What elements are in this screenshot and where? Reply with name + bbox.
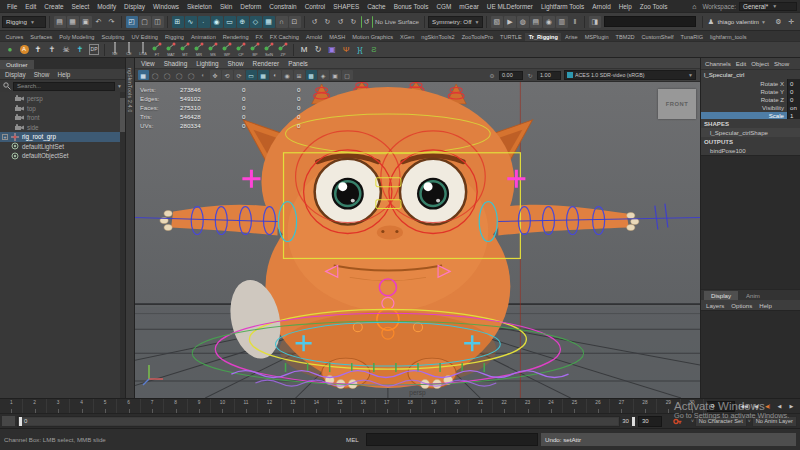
frame-14[interactable]: 14	[305, 399, 328, 413]
shelf-tab-mash[interactable]: MASH	[326, 33, 349, 41]
outliner-scrollbar[interactable]	[120, 92, 125, 398]
range-start-handle[interactable]	[19, 417, 22, 426]
search-filter-caret[interactable]: ▼	[117, 83, 122, 89]
frame-28[interactable]: 28	[634, 399, 657, 413]
render-sequence-icon[interactable]: ▥	[556, 16, 568, 28]
snap-grid-icon[interactable]: ⊞	[172, 16, 184, 28]
character-set-dropdown[interactable]: No Character Set	[695, 416, 747, 427]
play-back-button[interactable]: ◀	[774, 401, 785, 412]
menu-zoo-tools[interactable]: Zoo Tools	[636, 3, 672, 10]
safe-title-icon[interactable]: ▢	[342, 70, 353, 80]
anim-layer-dropdown[interactable]: No Anim Layer	[752, 416, 797, 427]
attribute-value-field[interactable]: 0	[787, 79, 800, 87]
curve-s-icon[interactable]: Ƨ	[367, 45, 381, 54]
snap-view-plane-icon[interactable]: ▭	[224, 16, 236, 28]
gate-mask-icon[interactable]: ▣	[330, 70, 341, 80]
tab-display[interactable]: Display	[704, 291, 738, 300]
open-scene-icon[interactable]: ▦	[67, 16, 79, 28]
channelbox-menu-channels[interactable]: Channels	[705, 60, 731, 67]
menu-windows[interactable]: Windows	[149, 3, 183, 10]
gamma-field[interactable]: 1.00	[537, 71, 561, 80]
viewport-menu-shading[interactable]: Shading	[164, 60, 187, 67]
attribute-row-rotate-z[interactable]: Rotate Z0	[701, 95, 800, 103]
menu-cache[interactable]: Cache	[363, 3, 389, 10]
range-start-box[interactable]	[2, 416, 15, 426]
layout-icon[interactable]: ✛	[786, 16, 798, 28]
shelf-button-wp[interactable]: WP	[220, 42, 234, 57]
control-rig-icon[interactable]: ✝	[73, 45, 87, 54]
viewport-menu-show[interactable]: Show	[228, 60, 244, 67]
attribute-row-scale[interactable]: Scale1	[701, 111, 800, 119]
play-backwards-button[interactable]: ◀|	[762, 401, 773, 412]
outliner-menu-show[interactable]: Show	[34, 71, 50, 78]
frame-10[interactable]: 10	[211, 399, 234, 413]
menu-constrain[interactable]: Constrain	[265, 3, 300, 10]
input-connections-icon[interactable]: ↺	[309, 16, 321, 28]
time-slider-track[interactable]: 1234567891011121314151617181920212223242…	[0, 399, 704, 413]
refresh-icon[interactable]: ↻	[311, 45, 325, 54]
exposure-field[interactable]: 0.00	[499, 71, 523, 80]
default-material-icon[interactable]: ◐	[270, 70, 281, 80]
shelf-tab-fx caching[interactable]: FX Caching	[266, 33, 302, 41]
shelf-tab-motion graphics[interactable]: Motion Graphics	[349, 33, 397, 41]
current-frame-field[interactable]: 0	[707, 401, 735, 412]
tuning-fork-icon[interactable]: Ψ	[339, 45, 353, 54]
gear-icon[interactable]: ⚙	[487, 70, 498, 80]
channelbox-menu-object[interactable]: Object	[751, 60, 769, 67]
frame-9[interactable]: 9	[188, 399, 211, 413]
redo-icon[interactable]: ↷	[106, 16, 118, 28]
layer-menu-layers[interactable]: Layers	[706, 302, 724, 309]
resolution-gate-icon[interactable]: ◈	[318, 70, 329, 80]
workspace-search-icon[interactable]: ⌂	[690, 0, 699, 12]
shelf-tab-arnold[interactable]: Arnold	[302, 33, 325, 41]
shelf-tab-tbm2d[interactable]: TBM2D	[612, 33, 638, 41]
pause-icon[interactable]: ‖	[569, 16, 581, 28]
mirror-m-icon[interactable]: M	[297, 45, 311, 54]
no-live-surface-label[interactable]: No Live Surface	[375, 18, 419, 25]
frame-15[interactable]: 15	[329, 399, 352, 413]
mel-input[interactable]	[366, 433, 538, 446]
range-slider-track[interactable]: 0	[17, 416, 620, 427]
shelf-tab-xgen[interactable]: XGen	[397, 33, 418, 41]
sphere-tool-icon[interactable]: ●	[3, 45, 17, 54]
outliner-menu-display[interactable]: Display	[5, 71, 26, 78]
viewport-menu-lighting[interactable]: Lighting	[196, 60, 218, 67]
highlight-selection-icon[interactable]: ⊡	[289, 16, 301, 28]
undo-icon[interactable]: ↶	[93, 16, 105, 28]
menu-mgear[interactable]: mGear	[455, 3, 483, 10]
new-scene-icon[interactable]: ▤	[54, 16, 66, 28]
snap-curve-icon[interactable]: ∿	[185, 16, 197, 28]
frame-22[interactable]: 22	[493, 399, 516, 413]
frame-13[interactable]: 13	[282, 399, 305, 413]
skull-tool-icon[interactable]: ☠	[59, 45, 73, 54]
menu-edit[interactable]: Edit	[21, 3, 40, 10]
outliner-item-front[interactable]: front	[0, 113, 125, 123]
layer-menu-help[interactable]: Help	[759, 302, 772, 309]
shelf-button-seln[interactable]: SelN	[262, 42, 276, 57]
viewport-menu-renderer[interactable]: Renderer	[253, 60, 280, 67]
colorspace-dropdown[interactable]: ACES 1.0 SDR-video (sRGB) ▼	[564, 70, 696, 80]
select-object-icon[interactable]: ▢	[139, 16, 151, 28]
annotate-a-icon[interactable]: A	[17, 45, 31, 54]
menu-create[interactable]: Create	[40, 3, 67, 10]
menu-cgm[interactable]: CGM	[432, 3, 455, 10]
purple-box-icon[interactable]: ▣	[325, 45, 339, 54]
outliner-item-persp[interactable]: persp	[0, 94, 125, 104]
play-forward-button[interactable]: ▶	[786, 401, 797, 412]
shelf-tab-msplugin[interactable]: MSPlugin	[581, 33, 612, 41]
frame-19[interactable]: 19	[422, 399, 445, 413]
make-live-icon[interactable]: ⊕	[237, 16, 249, 28]
lighting-icon[interactable]: ◯	[150, 70, 161, 80]
front-image-plane[interactable]: FRONT	[658, 89, 696, 119]
layer-menu-options[interactable]: Options	[731, 302, 752, 309]
frame-25[interactable]: 25	[563, 399, 586, 413]
frame-16[interactable]: 16	[352, 399, 375, 413]
frame-6[interactable]: 6	[117, 399, 140, 413]
attribute-value-field[interactable]: 1	[787, 111, 800, 119]
menu-skin[interactable]: Skin	[216, 3, 236, 10]
shelf-button-ms[interactable]: MS	[206, 42, 220, 57]
shadows-icon[interactable]: ◯	[162, 70, 173, 80]
outliner-search-input[interactable]: Search...	[13, 82, 115, 91]
frame-3[interactable]: 3	[47, 399, 70, 413]
menu-control[interactable]: Control	[301, 3, 330, 10]
